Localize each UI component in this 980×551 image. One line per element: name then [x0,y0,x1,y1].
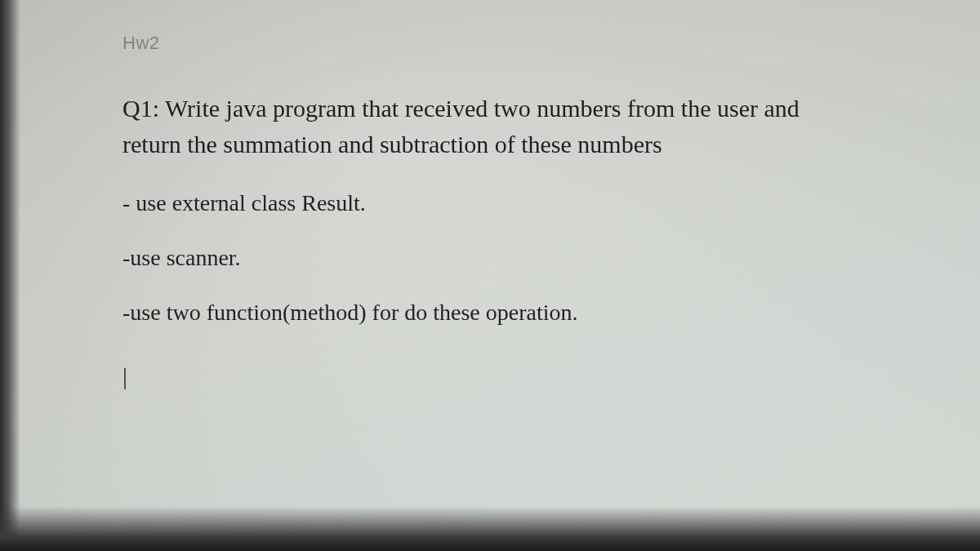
question-text: Q1: Write java program that received two… [122,91,858,162]
requirement-item: -use two function(method) for do these o… [122,295,858,330]
text-cursor[interactable]: | [122,362,858,390]
document-page: Hw2 Q1: Write java program that received… [0,0,980,551]
assignment-header: Hw2 [122,33,858,54]
requirement-item: -use scanner. [122,241,858,275]
requirement-item: - use external class Result. [122,186,858,220]
